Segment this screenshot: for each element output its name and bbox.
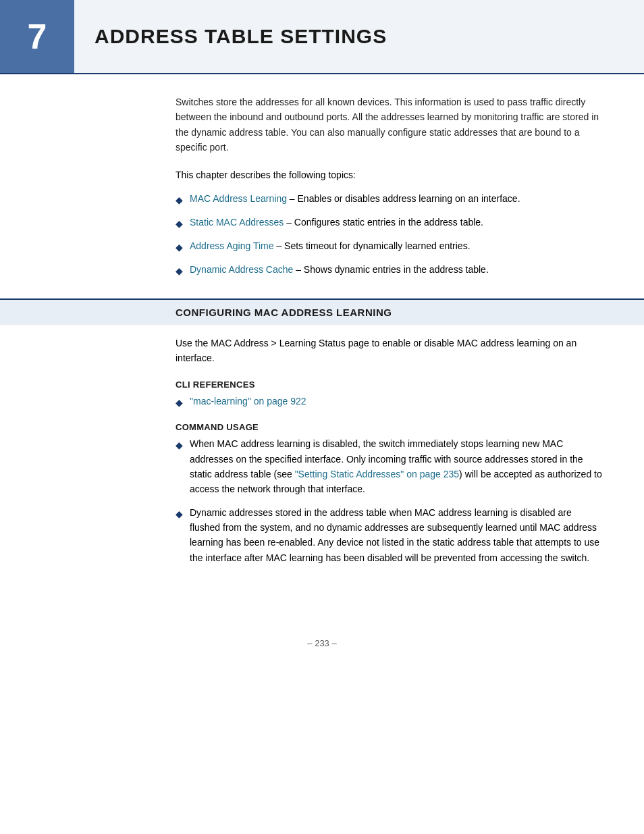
list-item: ◆ Static MAC Addresses – Configures stat… [176,215,603,231]
mac-learning-cli-link[interactable]: "mac-learning" on page 922 [190,394,306,409]
cli-references-section: CLI References ◆ "mac-learning" on page … [176,380,603,410]
bullet-icon: ◆ [176,240,183,255]
command-list: ◆ When MAC address learning is disabled,… [176,436,603,565]
topic-item-text: Static MAC Addresses – Configures static… [190,215,483,230]
topic-item-text: MAC Address Learning – Enables or disabl… [190,192,520,206]
list-item: ◆ MAC Address Learning – Enables or disa… [176,192,603,207]
command-usage-heading: Command Usage [176,422,603,432]
topic-description: – Enables or disables address learning o… [287,193,520,204]
section-configuring-mac: Configuring MAC Address Learning Use the… [176,298,603,565]
chapter-number: 7 [0,0,74,73]
main-content: Switches store the addresses for all kno… [0,74,644,598]
section-intro: Use the MAC Address > Learning Status pa… [176,336,603,366]
cli-list: ◆ "mac-learning" on page 922 [176,394,603,410]
dynamic-address-cache-link[interactable]: Dynamic Address Cache [190,264,293,275]
bullet-icon: ◆ [176,217,183,231]
address-aging-time-link[interactable]: Address Aging Time [190,240,274,251]
list-item: ◆ When MAC address learning is disabled,… [176,436,603,497]
bullet-icon: ◆ [176,264,183,278]
topic-description: – Shows dynamic entries in the address t… [293,264,489,275]
bullet-icon: ◆ [176,506,183,521]
list-item: ◆ "mac-learning" on page 922 [176,394,603,410]
page-footer: – 233 – [0,625,644,662]
topics-intro: This chapter describes the following top… [176,167,603,182]
list-item: ◆ Address Aging Time – Sets timeout for … [176,239,603,255]
setting-static-addresses-link[interactable]: "Setting Static Addresses" on page 235 [295,469,459,479]
list-item: ◆ Dynamic Address Cache – Shows dynamic … [176,263,603,278]
command-item-1: When MAC address learning is disabled, t… [190,436,603,497]
command-usage-section: Command Usage ◆ When MAC address learnin… [176,422,603,565]
static-mac-addresses-link[interactable]: Static MAC Addresses [190,217,284,228]
section-heading-bar: Configuring MAC Address Learning [0,298,644,325]
topic-description: – Sets timeout for dynamically learned e… [274,240,471,251]
bullet-icon: ◆ [176,438,183,452]
intro-paragraph1: Switches store the addresses for all kno… [176,95,603,155]
section-heading: Configuring MAC Address Learning [176,307,603,318]
bullet-icon: ◆ [176,395,183,410]
chapter-title-text: Address Table Settings [95,25,387,47]
page-header: 7 Address Table Settings [0,0,644,74]
bullet-icon: ◆ [176,193,183,207]
chapter-title: Address Table Settings [95,25,387,48]
page-number: – 233 – [307,638,336,648]
cli-references-heading: CLI References [176,380,603,390]
list-item: ◆ Dynamic addresses stored in the addres… [176,505,603,566]
section-body: Use the MAC Address > Learning Status pa… [176,325,603,565]
mac-address-learning-link[interactable]: MAC Address Learning [190,193,287,204]
topic-item-text: Dynamic Address Cache – Shows dynamic en… [190,263,489,277]
topic-item-text: Address Aging Time – Sets timeout for dy… [190,239,471,253]
chapter-title-block: Address Table Settings [74,0,644,73]
command-item-2: Dynamic addresses stored in the address … [190,505,603,566]
topic-description: – Configures static entries in the addre… [284,217,483,228]
topics-list: ◆ MAC Address Learning – Enables or disa… [176,192,603,278]
